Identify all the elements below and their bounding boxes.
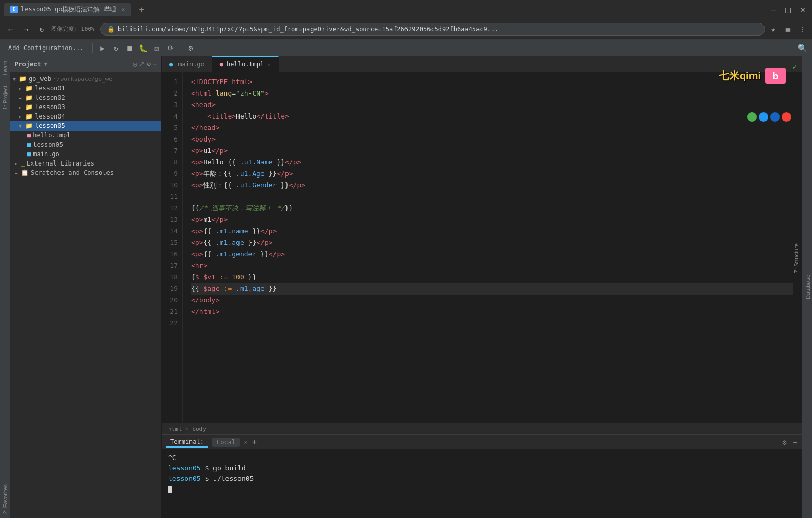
code-line-22	[191, 317, 793, 329]
menu-icon[interactable]: ⋮	[797, 24, 808, 34]
terminal-line-ctrl-c: ^C	[168, 453, 795, 463]
address-bar[interactable]: 🔒 bilibili.com/video/BV1gJ411p7xC/?p=5&s…	[100, 23, 765, 36]
code-line-14: <p>{{ .m1.name }}</p>	[191, 226, 793, 237]
tree-root[interactable]: ▼ 📁 go_web ~/workspace/go_we	[10, 74, 161, 84]
lib-label: External Libraries	[27, 160, 94, 167]
panel-close-icon[interactable]: −	[153, 60, 157, 68]
file-tree: ▼ 📁 go_web ~/workspace/go_we ► 📁 lesson0…	[10, 72, 161, 518]
star-icon[interactable]: ★	[768, 24, 779, 34]
line-num-22: 22	[162, 317, 178, 329]
terminal-settings-icon[interactable]: ⚙	[782, 438, 786, 446]
maximize-button[interactable]: □	[783, 5, 793, 15]
tree-external-libs[interactable]: ► ⎯ External Libraries	[10, 159, 161, 168]
code-line-18: {$ $v1 := 100 }}	[191, 272, 793, 283]
refresh-button[interactable]: ↻	[35, 23, 48, 36]
ide-toolbar: Add Configuration... ▶ ↻ ■ 🐛 ☑ ⟳ ⚙ 🔍	[0, 40, 812, 56]
close-button[interactable]: ✕	[797, 5, 808, 15]
code-content[interactable]: <!DOCTYPE html> <html lang="zh-CN"> <hea…	[183, 72, 802, 423]
debug-button[interactable]: 🐛	[138, 42, 149, 54]
arrow: ►	[19, 86, 25, 91]
url-text: bilibili.com/video/BV1gJ411p7xC/?p=5&spm…	[118, 26, 758, 33]
rerun-button[interactable]: ↻	[111, 42, 122, 54]
tab-hello-tmpl[interactable]: ● hello.tmpl ×	[212, 56, 279, 72]
line-num-9: 9	[162, 168, 178, 180]
code-line-16: <p>{{ .m1.gender }}</p>	[191, 249, 793, 260]
tree-lesson02[interactable]: ► 📁 lesson02	[10, 93, 161, 102]
favorites-label[interactable]: 2: Favorites	[1, 480, 9, 518]
run-button[interactable]: ▶	[97, 42, 109, 54]
tree-lesson04[interactable]: ► 📁 lesson04	[10, 112, 161, 121]
terminal-add-button[interactable]: +	[252, 437, 257, 447]
search-icon[interactable]: 🔍	[796, 42, 808, 54]
terminal-minimize-icon[interactable]: −	[793, 438, 797, 446]
code-line-10: <p>性别：{{ .u1.Gender }}</p>	[191, 180, 793, 191]
tree-hello-tmpl[interactable]: ■ hello.tmpl	[10, 131, 161, 140]
tree-lesson01[interactable]: ► 📁 lesson01	[10, 84, 161, 93]
lib-icon: ⎯	[21, 160, 25, 167]
code-line-11	[191, 191, 793, 203]
line-num-1: 1	[162, 76, 178, 88]
line-num-12: 12	[162, 203, 178, 214]
window-controls: — □ ✕	[768, 5, 808, 15]
minimize-button[interactable]: —	[768, 5, 779, 15]
tree-lesson03[interactable]: ► 📁 lesson03	[10, 102, 161, 112]
line-num-14: 14	[162, 226, 178, 237]
go-tab-icon: ●	[169, 61, 173, 68]
tree-lesson05-exe[interactable]: ■ lesson05	[10, 140, 161, 149]
line-num-19: 19	[162, 283, 178, 295]
code-line-20: </body>	[191, 295, 793, 306]
learn-label[interactable]: Learn	[1, 56, 9, 79]
folder-icon: 📁	[25, 85, 33, 92]
tree-main-go[interactable]: ■ main.go	[10, 149, 161, 159]
panel-arrow: ▼	[44, 61, 48, 67]
code-line-8: <p>Hello {{ .u1.Name }}</p>	[191, 157, 793, 168]
tmpl-tab-close[interactable]: ×	[267, 61, 271, 68]
collapse-icon[interactable]: ⤢	[139, 60, 145, 68]
structure-label[interactable]: 7: Structure	[792, 239, 801, 277]
tab-hello-tmpl-label: hello.tmpl	[226, 61, 264, 68]
terminal-local-close[interactable]: ×	[244, 439, 247, 446]
coverage-button[interactable]: ☑	[151, 42, 163, 54]
database-label[interactable]: Database	[804, 270, 812, 303]
line-num-10: 10	[162, 180, 178, 191]
tree-lesson05[interactable]: ▼ 📁 lesson05	[10, 121, 161, 131]
check-mark-icon[interactable]: ✓	[792, 62, 797, 72]
zoom-label: 图像完度: 100%	[51, 25, 95, 33]
new-tab-button[interactable]: +	[135, 3, 148, 16]
code-line-21: </html>	[191, 306, 793, 317]
forward-button[interactable]: →	[20, 23, 32, 36]
settings-icon[interactable]: ⚙	[185, 42, 197, 54]
line-num-21: 21	[162, 306, 178, 317]
code-line-1: <!DOCTYPE html>	[191, 76, 793, 88]
profile-button[interactable]: ⟳	[165, 42, 176, 54]
tree-scratches[interactable]: ► 📋 Scratches and Consoles	[10, 168, 161, 178]
add-config-button[interactable]: Add Configuration...	[4, 43, 88, 53]
terminal-content[interactable]: ^C lesson05 $ go build lesson05 $ ./less…	[162, 450, 802, 518]
panel-settings-icon[interactable]: ⚙	[147, 60, 151, 68]
tab-close-btn[interactable]: ×	[122, 6, 125, 13]
tab-favicon: B	[10, 6, 18, 13]
project-label[interactable]: 1: Project	[1, 81, 9, 114]
line-num-13: 13	[162, 214, 178, 226]
tab-main-go[interactable]: ● main.go	[162, 56, 212, 72]
workspace-label: ~/workspace/go_we	[53, 76, 112, 83]
back-button[interactable]: ←	[4, 23, 17, 36]
line-num-6: 6	[162, 134, 178, 145]
line-num-17: 17	[162, 260, 178, 272]
terminal-tab[interactable]: Terminal:	[166, 437, 208, 448]
browser-tab[interactable]: B lesson05_go模板语法详解_哔哩 ×	[4, 3, 131, 16]
editor-right-buttons: ✓	[792, 62, 802, 72]
main-layout: Learn 1: Project 2: Favorites Project ▼ …	[0, 56, 812, 518]
arrow: ►	[19, 114, 25, 120]
code-line-2: <html lang="zh-CN">	[191, 88, 793, 99]
arrow: ►	[19, 95, 25, 101]
panel-header: Project ▼ ◎ ⤢ ⚙ −	[10, 56, 161, 72]
tab-main-go-label: main.go	[178, 61, 205, 68]
code-line-6: <body>	[191, 134, 793, 145]
locate-icon[interactable]: ◎	[133, 60, 137, 68]
extensions-icon[interactable]: ▦	[783, 24, 793, 34]
tab-label: lesson05_go模板语法详解_哔哩	[21, 5, 116, 14]
local-tab[interactable]: Local	[212, 438, 240, 447]
root-folder-icon: 📁	[19, 75, 27, 83]
stop-button[interactable]: ■	[124, 42, 136, 54]
